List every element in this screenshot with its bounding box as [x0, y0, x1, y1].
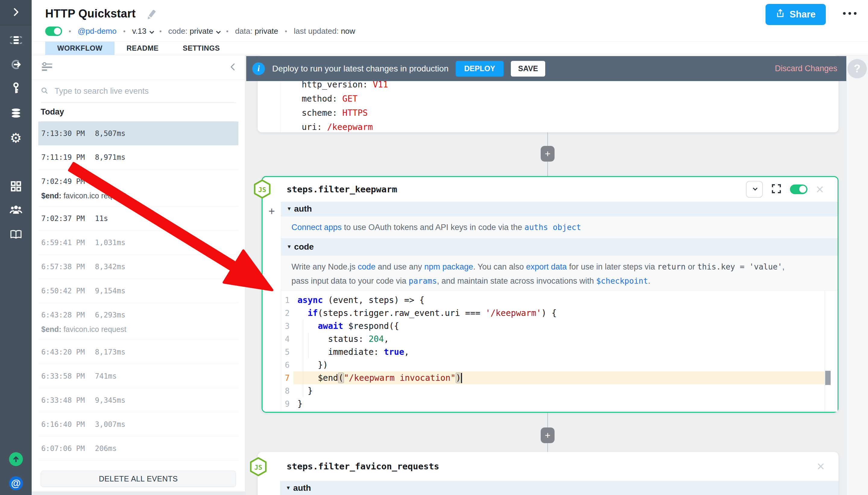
sidebar-item-event-sources[interactable]: [0, 57, 32, 73]
svg-text:JS: JS: [258, 186, 266, 193]
filter-keepwarm-step-card[interactable]: JS steps.filter_keepwarm × +: [262, 176, 838, 413]
event-row[interactable]: 6:59:41 PM1,031ms: [38, 231, 238, 255]
code-line: 3 await $respond({: [281, 320, 824, 332]
right-margin-strip: [846, 55, 868, 495]
code-editor[interactable]: 1async (event, steps) => { 2 if(steps.tr…: [281, 291, 837, 412]
event-row[interactable]: 7:02:37 PM11s: [38, 206, 238, 231]
filter-sliders-icon[interactable]: [41, 62, 53, 73]
fullscreen-icon[interactable]: [771, 184, 781, 195]
version-dropdown[interactable]: v.13: [132, 27, 153, 36]
step-left-gutter: [258, 481, 280, 495]
collapse-triangle-icon: ▼: [286, 485, 291, 491]
search-icon: [41, 87, 49, 96]
sidebar-item-community[interactable]: [0, 202, 32, 219]
workflow-header: HTTP Quickstart • @pd-demo • v.13 • code…: [32, 0, 868, 41]
events-toolbar: [32, 55, 245, 80]
step-actions-dropdown[interactable]: [746, 181, 763, 198]
code-section-header[interactable]: ▼ code: [281, 238, 837, 255]
step-enabled-toggle[interactable]: [790, 185, 808, 194]
event-row[interactable]: 6:07:06 PM206ms: [38, 437, 238, 461]
step-name[interactable]: steps.filter_favicon_requests: [287, 461, 439, 472]
code-line: 4 status: 204,: [281, 332, 824, 345]
tab-workflow[interactable]: WORKFLOW: [45, 41, 115, 55]
edit-title-pencil-icon[interactable]: [145, 8, 157, 22]
event-end-label: $end: favicon.ico request: [38, 325, 238, 340]
event-row[interactable]: 7:11:19 PM8,971ms: [38, 145, 238, 169]
event-end-label: $end: favicon.ico request: [38, 191, 238, 206]
help-button[interactable]: ?: [848, 59, 867, 79]
close-step-icon[interactable]: ×: [817, 460, 824, 473]
event-row[interactable]: 6:33:58 PM741ms: [38, 364, 238, 388]
event-sources-icon: [10, 59, 22, 71]
workflow-active-toggle[interactable]: [45, 27, 62, 36]
workflows-icon: [10, 35, 22, 47]
workflow-tabs: WORKFLOW README SETTINGS: [32, 41, 868, 55]
code-visibility-dropdown[interactable]: code: private: [168, 27, 220, 36]
sidebar-item-docs[interactable]: [0, 226, 32, 243]
chevron-down-icon: [149, 29, 154, 34]
delete-all-events-button[interactable]: DELETE ALL EVENTS: [41, 471, 236, 487]
key-icon: [12, 82, 20, 96]
pipedream-workflow-editor: ⚙: [0, 0, 868, 495]
event-row[interactable]: 7:02:49 PM $end: favicon.ico request: [38, 169, 238, 206]
sidebar-item-data-stores[interactable]: [0, 105, 32, 122]
workflow-title[interactable]: HTTP Quickstart: [45, 7, 136, 20]
collapse-panel-icon[interactable]: [229, 63, 236, 73]
save-button[interactable]: SAVE: [511, 61, 545, 76]
tab-settings[interactable]: SETTINGS: [171, 41, 232, 55]
event-row[interactable]: 7:13:30 PM8,507ms: [38, 121, 238, 145]
event-row[interactable]: 6:43:20 PM8,173ms: [38, 340, 238, 364]
add-inline-step-button[interactable]: +: [268, 206, 275, 218]
sidebar-item-accounts[interactable]: [0, 81, 32, 97]
editor-scrollbar-thumb[interactable]: [825, 371, 831, 385]
sidebar-item-workflows[interactable]: [0, 32, 32, 49]
svg-text:JS: JS: [254, 464, 262, 471]
database-icon: [10, 108, 22, 119]
event-row[interactable]: 6:16:40 PM3,007ms: [38, 412, 238, 437]
step-name[interactable]: steps.filter_keepwarm: [287, 184, 397, 194]
apps-grid-icon: [10, 181, 22, 193]
step-left-gutter: +: [262, 202, 281, 412]
auth-section-header[interactable]: ▼ auth: [281, 202, 837, 216]
editor-overview-ruler[interactable]: [824, 291, 825, 412]
share-upload-icon: [776, 8, 785, 21]
sidebar-item-settings[interactable]: ⚙: [0, 130, 32, 147]
event-row[interactable]: 6:57:38 PM8,342ms: [38, 255, 238, 279]
gear-icon: ⚙: [10, 132, 22, 145]
trigger-field: scheme: HTTPS: [302, 106, 838, 120]
filter-favicon-step-card[interactable]: JS steps.filter_favicon_requests × ▼ aut…: [258, 452, 838, 495]
add-step-button[interactable]: +: [541, 427, 555, 443]
workflow-canvas: i Deploy to run your latest changes in p…: [245, 55, 846, 495]
sidebar-item-apps[interactable]: [0, 178, 32, 195]
add-step-button[interactable]: +: [541, 146, 555, 161]
event-row[interactable]: 6:33:48 PM9,345ms: [38, 388, 238, 412]
discard-changes-link[interactable]: Discard Changes: [775, 64, 837, 73]
event-row[interactable]: 6:43:28 PM6,293ms $end: favicon.ico requ…: [38, 303, 238, 340]
deploy-banner: i Deploy to run your latest changes in p…: [246, 56, 846, 81]
last-updated: last updated: now: [294, 27, 355, 36]
auth-section-header[interactable]: ▼ auth: [280, 481, 838, 495]
chevron-down-icon: [753, 186, 758, 190]
deploy-message: Deploy to run your latest changes in pro…: [272, 64, 449, 73]
collapse-triangle-icon: ▼: [287, 206, 292, 212]
tab-readme[interactable]: README: [115, 41, 171, 55]
close-step-icon[interactable]: ×: [816, 183, 824, 196]
sidebar-item-whats-new[interactable]: [0, 451, 32, 467]
deploy-button[interactable]: DEPLOY: [456, 61, 504, 76]
owner-link[interactable]: @pd-demo: [78, 27, 117, 36]
info-icon: i: [252, 63, 265, 75]
search-input[interactable]: [54, 86, 211, 96]
code-line: 8 }: [281, 385, 824, 397]
people-icon: [10, 205, 22, 216]
arrow-up-circle-icon: [9, 452, 23, 466]
open-book-icon: [10, 229, 22, 241]
indent-guide: [308, 332, 309, 358]
overflow-menu-button[interactable]: [843, 12, 856, 15]
step-card-header: JS steps.filter_keepwarm ×: [262, 177, 837, 202]
event-row[interactable]: 6:50:42 PM9,154ms: [38, 279, 238, 303]
sidebar-item-support[interactable]: @: [0, 475, 32, 492]
sidebar-expand-button[interactable]: [0, 0, 32, 25]
code-line: 2 if(steps.trigger.raw_event.uri === '/k…: [281, 307, 824, 320]
at-sign-icon: @: [9, 476, 23, 490]
share-button[interactable]: Share: [765, 4, 826, 25]
